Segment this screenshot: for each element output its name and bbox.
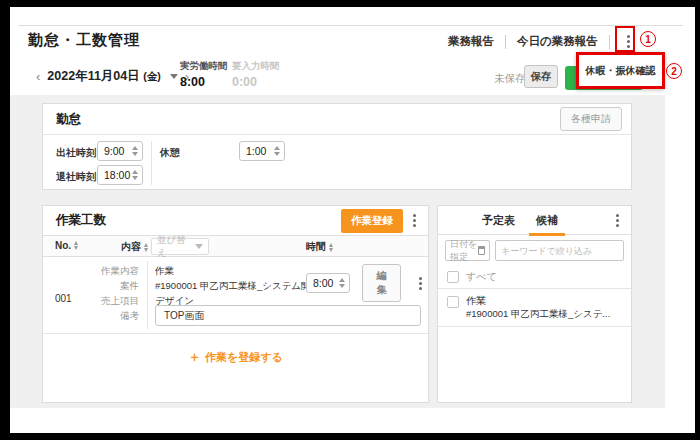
divider bbox=[151, 141, 152, 185]
annotation-box-1 bbox=[615, 26, 635, 52]
stepper-arrows-icon[interactable] bbox=[132, 146, 138, 156]
clock-in-label: 出社時刻 bbox=[56, 146, 96, 160]
work-register-button[interactable]: 作業登録 bbox=[341, 209, 403, 233]
tab-schedule[interactable]: 予定表 bbox=[480, 206, 517, 235]
save-button[interactable]: 保存 bbox=[524, 65, 558, 88]
plus-icon: ＋ bbox=[188, 348, 201, 366]
edit-button[interactable]: 編集 bbox=[362, 264, 401, 302]
unsaved-status: 未保存 bbox=[494, 72, 526, 86]
sort-icon bbox=[329, 243, 333, 252]
column-content[interactable]: 内容 bbox=[121, 240, 148, 254]
stepper-arrows-icon[interactable] bbox=[339, 278, 345, 288]
work-hours-card: 作業工数 作業登録 No. 内容 並び替え 時間 001 作業内容 案件 売上項… bbox=[42, 205, 429, 403]
business-report-link[interactable]: 業務報告 bbox=[448, 34, 494, 49]
calendar-icon bbox=[478, 246, 485, 255]
topbar-divider bbox=[18, 25, 683, 26]
item-checkbox[interactable] bbox=[447, 296, 459, 308]
work-hours-title: 作業工数 bbox=[56, 212, 106, 229]
row-number: 001 bbox=[55, 293, 72, 304]
break-stepper[interactable]: 1:00 bbox=[239, 141, 285, 161]
candidate-list-item[interactable]: 作業 #1900001 甲乙丙工業様_システ... bbox=[438, 289, 631, 327]
page-title: 勤怠・工数管理 bbox=[28, 31, 140, 50]
holiday-check-menu-item[interactable]: 休暇・振休確認 bbox=[576, 52, 665, 89]
add-work-link[interactable]: ＋ 作業を登録する bbox=[43, 334, 428, 380]
date-navigation: ‹ 2022年11月04日 (金) › bbox=[36, 68, 189, 85]
divider bbox=[505, 35, 506, 49]
today-business-report-link[interactable]: 今日の業務報告 bbox=[517, 34, 598, 49]
keyword-filter-input[interactable] bbox=[495, 240, 624, 261]
sort-icon bbox=[74, 241, 78, 250]
column-no[interactable]: No. bbox=[55, 240, 78, 251]
chevron-down-icon[interactable] bbox=[170, 74, 178, 79]
prev-day-icon[interactable]: ‹ bbox=[36, 70, 40, 83]
work-table-row: 001 作業内容 案件 売上項目 備考 作業 #1900001 甲乙丙工業様_シ… bbox=[43, 257, 428, 334]
attendance-title: 勤怠 bbox=[56, 111, 81, 128]
annotation-number-2: 2 bbox=[666, 63, 682, 79]
stepper-arrows-icon[interactable] bbox=[132, 170, 138, 180]
select-all-label: すべて bbox=[466, 270, 497, 284]
attendance-card: 勤怠 各種申請 出社時刻 9:00 休憩 1:00 退社時刻 18:00 bbox=[42, 103, 632, 190]
break-label: 休憩 bbox=[160, 146, 180, 160]
kebab-menu-icon[interactable] bbox=[413, 273, 428, 294]
applications-button[interactable]: 各種申請 bbox=[560, 107, 622, 131]
required-input-time: 要入力時間 0:00 bbox=[232, 60, 280, 89]
sort-icon bbox=[144, 243, 148, 252]
topbar-links: 業務報告 今日の業務報告 bbox=[448, 31, 636, 52]
clock-out-label: 退社時刻 bbox=[56, 170, 96, 184]
kebab-menu-icon[interactable] bbox=[407, 210, 422, 231]
note-input[interactable] bbox=[155, 305, 421, 326]
item-project: #1900001 甲乙丙工業様_システ... bbox=[466, 307, 610, 320]
candidates-panel: 予定表 候補 日付を指定 すべて 作業 #1900001 甲乙丙工業様_システ.… bbox=[437, 205, 632, 403]
clock-out-stepper[interactable]: 18:00 bbox=[97, 165, 143, 185]
date-selector[interactable]: 2022年11月04日 (金) bbox=[47, 68, 160, 85]
work-table-header: No. 内容 並び替え 時間 bbox=[43, 236, 428, 257]
tab-candidates[interactable]: 候補 bbox=[534, 206, 560, 235]
chevron-down-icon bbox=[195, 244, 203, 249]
work-time-stepper[interactable]: 8:00 bbox=[306, 273, 350, 293]
sort-select[interactable]: 並び替え bbox=[151, 238, 209, 255]
divider bbox=[609, 35, 610, 49]
date-filter-input[interactable]: 日付を指定 bbox=[445, 240, 490, 261]
stepper-arrows-icon[interactable] bbox=[274, 146, 280, 156]
divider bbox=[147, 261, 148, 329]
select-all-checkbox[interactable] bbox=[447, 271, 459, 283]
clock-in-stepper[interactable]: 9:00 bbox=[97, 141, 143, 161]
item-title: 作業 bbox=[466, 294, 610, 307]
row-field-labels: 作業内容 案件 売上項目 備考 bbox=[71, 263, 139, 323]
annotation-number-1: 1 bbox=[640, 31, 656, 47]
kebab-menu-icon[interactable] bbox=[610, 210, 625, 231]
column-time[interactable]: 時間 bbox=[306, 240, 333, 254]
actual-work-time: 実労働時間 8:00 bbox=[180, 60, 228, 89]
